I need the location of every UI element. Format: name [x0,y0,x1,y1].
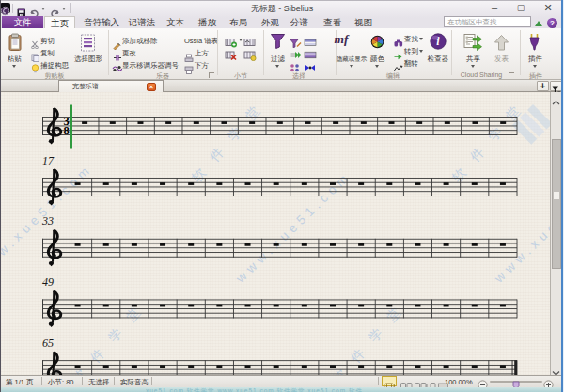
svg-text:65: 65 [42,337,54,350]
svg-text:17: 17 [42,154,55,167]
svg-text:49: 49 [42,275,54,289]
svg-text:33: 33 [41,214,54,227]
svg-text:8: 8 [63,124,69,137]
